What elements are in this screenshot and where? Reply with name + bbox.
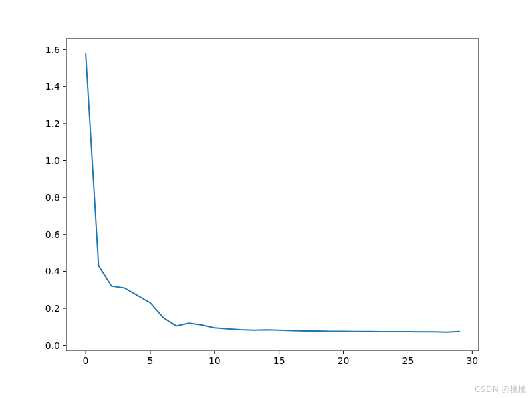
plot-frame bbox=[66, 39, 479, 351]
x-tick-label: 25 bbox=[402, 355, 414, 366]
chart-container: 0510152025300.00.20.40.60.81.01.21.41.6 … bbox=[0, 0, 532, 398]
x-tick-label: 15 bbox=[273, 355, 285, 366]
y-tick-label: 0.4 bbox=[45, 266, 60, 276]
x-tick-label: 0 bbox=[83, 355, 89, 366]
y-tick-label: 1.6 bbox=[45, 45, 60, 55]
x-tick-label: 30 bbox=[466, 355, 478, 366]
x-tick-label: 10 bbox=[209, 355, 221, 366]
x-tick-label: 20 bbox=[338, 355, 350, 366]
line-chart: 0510152025300.00.20.40.60.81.01.21.41.6 bbox=[0, 0, 532, 398]
series-line bbox=[86, 53, 460, 332]
y-tick-label: 1.0 bbox=[45, 155, 60, 166]
y-tick-label: 1.2 bbox=[45, 118, 60, 129]
x-tick-label: 5 bbox=[147, 355, 153, 366]
y-tick-label: 0.8 bbox=[45, 192, 60, 203]
y-tick-label: 1.4 bbox=[45, 81, 60, 92]
y-tick-label: 0.0 bbox=[45, 340, 60, 351]
y-tick-label: 0.2 bbox=[45, 303, 60, 314]
y-tick-label: 0.6 bbox=[45, 229, 60, 240]
